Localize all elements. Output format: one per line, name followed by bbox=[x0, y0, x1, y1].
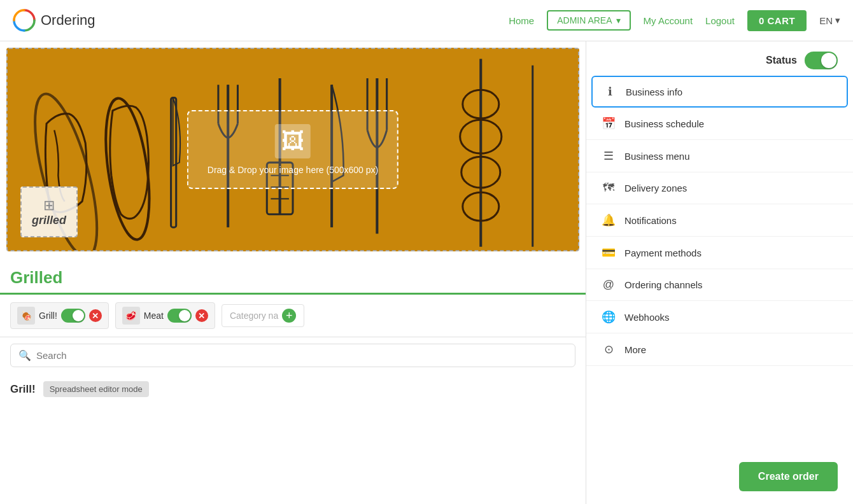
sidebar-item-ordering-channels[interactable]: @ Ordering channels bbox=[586, 269, 853, 301]
map-icon: 🗺 bbox=[602, 181, 616, 195]
search-input[interactable] bbox=[36, 350, 567, 361]
sidebar-menu: ℹ Business info 📅 Business schedule ☰ Bu… bbox=[586, 76, 853, 449]
cart-button[interactable]: 0 CART bbox=[747, 10, 807, 31]
menu-label-business-menu: Business menu bbox=[624, 151, 690, 162]
logo-badge-icon: ⊞ bbox=[43, 197, 55, 214]
category-label-meat: Meat bbox=[144, 311, 164, 321]
nav-home[interactable]: Home bbox=[509, 15, 534, 26]
sidebar-item-more[interactable]: ⊙ More bbox=[586, 333, 853, 366]
category-chip-meat: 🥩 Meat ✕ bbox=[115, 302, 215, 329]
drag-drop-text: Drag & Drop your image here (500x600 px) bbox=[208, 165, 378, 175]
info-icon: ℹ bbox=[603, 85, 617, 99]
nav-logout[interactable]: Logout bbox=[705, 15, 735, 26]
sidebar-item-delivery-zones[interactable]: 🗺 Delivery zones bbox=[586, 172, 853, 204]
payment-icon: 💳 bbox=[602, 246, 616, 260]
category-icon-meat: 🥩 bbox=[122, 307, 140, 325]
menu-label-delivery-zones: Delivery zones bbox=[624, 183, 687, 193]
sidebar-item-business-schedule[interactable]: 📅 Business schedule bbox=[586, 108, 853, 140]
category-toggle-grill[interactable] bbox=[61, 309, 85, 323]
status-label: Status bbox=[766, 55, 797, 66]
add-category-button[interactable]: Category na + bbox=[222, 304, 304, 327]
menu-icon: ☰ bbox=[602, 149, 616, 163]
create-order-button[interactable]: Create order bbox=[739, 462, 838, 491]
section-header: Grill! Spreadsheet editor mode bbox=[0, 374, 586, 405]
status-toggle[interactable] bbox=[805, 52, 838, 69]
category-placeholder-text: Category na bbox=[230, 311, 278, 321]
sidebar-item-notifications[interactable]: 🔔 Notifications bbox=[586, 204, 853, 237]
image-placeholder-icon: 🖼 bbox=[275, 124, 311, 158]
menu-label-more: More bbox=[624, 344, 646, 355]
menu-label-webhooks: Webhooks bbox=[624, 312, 670, 323]
menu-label-payment-methods: Payment methods bbox=[624, 248, 701, 258]
section-title: Grill! bbox=[10, 383, 36, 396]
menu-label-business-info: Business info bbox=[626, 87, 682, 97]
add-category-icon: + bbox=[282, 309, 296, 323]
sidebar-item-business-info[interactable]: ℹ Business info bbox=[591, 76, 848, 108]
right-sidebar: Status ℹ Business info 📅 Business schedu… bbox=[586, 41, 853, 504]
main-nav: Home ADMIN AREA ▾ My Account Logout 0 CA… bbox=[509, 10, 840, 31]
category-label-grill: Grill! bbox=[39, 311, 57, 321]
create-order-section: Create order bbox=[586, 449, 853, 504]
search-bar: 🔍 bbox=[10, 344, 575, 367]
spreadsheet-editor-button[interactable]: Spreadsheet editor mode bbox=[43, 381, 149, 397]
language-selector[interactable]: EN ▾ bbox=[819, 15, 840, 26]
chevron-down-icon: ▾ bbox=[835, 15, 840, 26]
logo-badge-text: grilled bbox=[32, 214, 66, 227]
remove-grill-button[interactable]: ✕ bbox=[89, 309, 102, 322]
menu-label-ordering-channels: Ordering channels bbox=[624, 279, 703, 290]
left-content: 🖼 Drag & Drop your image here (500x600 p… bbox=[0, 41, 586, 504]
admin-area-button[interactable]: ADMIN AREA ▾ bbox=[547, 10, 630, 31]
main-layout: 🖼 Drag & Drop your image here (500x600 p… bbox=[0, 41, 853, 504]
header: Ordering Home ADMIN AREA ▾ My Account Lo… bbox=[0, 0, 853, 41]
logo-icon bbox=[13, 9, 36, 32]
category-chip-grill: 🍖 Grill! ✕ bbox=[10, 302, 109, 329]
category-toggle-meat[interactable] bbox=[167, 309, 192, 323]
chevron-down-icon: ▾ bbox=[616, 15, 621, 25]
at-sign-icon: @ bbox=[602, 278, 616, 291]
sidebar-item-webhooks[interactable]: 🌐 Webhooks bbox=[586, 301, 853, 333]
sidebar-item-payment-methods[interactable]: 💳 Payment methods bbox=[586, 237, 853, 269]
globe-icon: 🌐 bbox=[602, 310, 616, 324]
search-icon: 🔍 bbox=[18, 349, 31, 361]
logo-badge[interactable]: ⊞ grilled bbox=[20, 186, 78, 237]
bell-icon: 🔔 bbox=[602, 213, 616, 227]
menu-label-notifications: Notifications bbox=[624, 215, 677, 226]
status-row: Status bbox=[586, 41, 853, 76]
remove-meat-button[interactable]: ✕ bbox=[195, 309, 208, 322]
business-name: Grilled bbox=[0, 258, 586, 295]
calendar-icon: 📅 bbox=[602, 116, 616, 130]
sidebar-item-business-menu[interactable]: ☰ Business menu bbox=[586, 140, 853, 172]
category-icon-grill: 🍖 bbox=[17, 307, 35, 325]
image-drop-zone[interactable]: 🖼 Drag & Drop your image here (500x600 p… bbox=[187, 110, 398, 189]
logo-text: Ordering bbox=[41, 12, 95, 29]
more-icon: ⊙ bbox=[602, 342, 616, 356]
hero-image-area[interactable]: 🖼 Drag & Drop your image here (500x600 p… bbox=[6, 48, 579, 251]
nav-my-account[interactable]: My Account bbox=[644, 15, 693, 26]
menu-label-business-schedule: Business schedule bbox=[624, 118, 704, 129]
logo-area: Ordering bbox=[13, 9, 496, 32]
categories-bar: 🍖 Grill! ✕ 🥩 Meat ✕ Category na + bbox=[0, 295, 586, 337]
